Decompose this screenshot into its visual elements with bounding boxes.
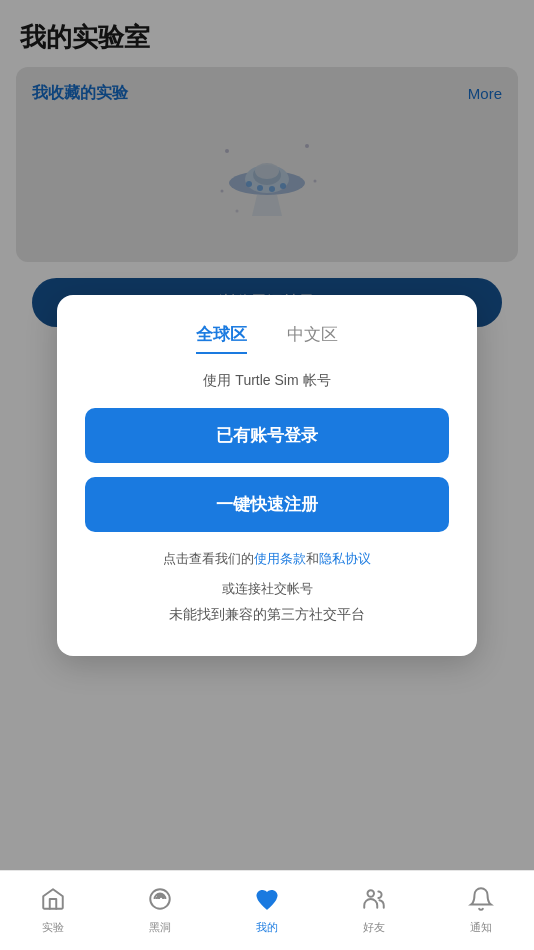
- login-modal: 全球区 中文区 使用 Turtle Sim 帐号 已有账号登录 一键快速注册 点…: [57, 295, 477, 656]
- terms-link-usage[interactable]: 使用条款: [254, 551, 306, 566]
- nav-item-notification[interactable]: 通知: [427, 886, 534, 935]
- social-divider: 或连接社交帐号: [85, 580, 449, 598]
- nav-label-mine: 我的: [256, 920, 278, 935]
- tab-chinese[interactable]: 中文区: [287, 323, 338, 354]
- login-button[interactable]: 已有账号登录: [85, 408, 449, 463]
- modal-overlay: 全球区 中文区 使用 Turtle Sim 帐号 已有账号登录 一键快速注册 点…: [0, 0, 534, 950]
- bell-icon: [468, 886, 494, 916]
- spiral-icon: [147, 886, 173, 916]
- terms-prefix: 点击查看我们的: [163, 551, 254, 566]
- nav-label-friends: 好友: [363, 920, 385, 935]
- nav-label-notification: 通知: [470, 920, 492, 935]
- bottom-nav: 实验 黑洞 我的 好友: [0, 870, 534, 950]
- register-button[interactable]: 一键快速注册: [85, 477, 449, 532]
- modal-subtitle: 使用 Turtle Sim 帐号: [85, 372, 449, 390]
- terms-link-privacy[interactable]: 隐私协议: [319, 551, 371, 566]
- nav-label-experiment: 实验: [42, 920, 64, 935]
- region-tabs: 全球区 中文区: [85, 323, 449, 354]
- nav-item-mine[interactable]: 我的: [214, 886, 321, 935]
- nav-item-friends[interactable]: 好友: [320, 886, 427, 935]
- no-social-text: 未能找到兼容的第三方社交平台: [85, 606, 449, 624]
- friends-icon: [361, 886, 387, 916]
- terms-middle: 和: [306, 551, 319, 566]
- svg-point-15: [367, 890, 374, 897]
- tab-global[interactable]: 全球区: [196, 323, 247, 354]
- nav-item-blackhole[interactable]: 黑洞: [107, 886, 214, 935]
- nav-label-blackhole: 黑洞: [149, 920, 171, 935]
- svg-point-14: [150, 889, 170, 909]
- home-icon: [40, 886, 66, 916]
- heart-icon: [254, 886, 280, 916]
- terms-text: 点击查看我们的使用条款和隐私协议: [85, 550, 449, 568]
- nav-item-experiment[interactable]: 实验: [0, 886, 107, 935]
